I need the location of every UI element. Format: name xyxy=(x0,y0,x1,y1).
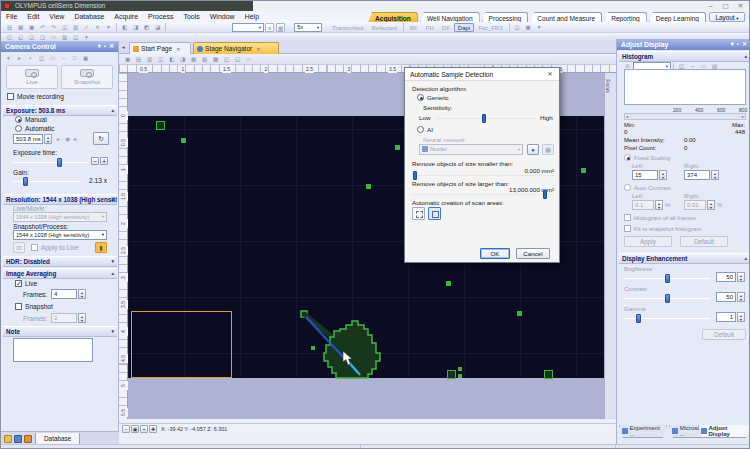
toolbar-icon[interactable]: ▦ xyxy=(16,23,25,32)
pin-resolution-button[interactable]: ▮ xyxy=(95,242,107,253)
zoom-in-button[interactable]: + xyxy=(140,425,148,433)
menu-item[interactable]: Window xyxy=(205,11,240,22)
hdr-section-header[interactable]: ▾HDR: Disabled xyxy=(3,256,117,267)
scroll-right-icon[interactable]: ▸ xyxy=(742,114,744,119)
toolbar-icon[interactable]: ≡ xyxy=(265,23,274,32)
card-icon[interactable] xyxy=(24,435,32,443)
tab-adjust-display[interactable]: Adjust Display xyxy=(698,425,750,438)
toolbar-icon[interactable]: ▤ xyxy=(134,55,143,64)
menu-item[interactable]: Database xyxy=(69,11,109,22)
toolbar-icon[interactable]: ◨ xyxy=(131,23,140,32)
brightness-input[interactable]: 50 xyxy=(716,272,736,282)
toolbar-icon[interactable]: □ xyxy=(70,54,79,63)
channel-button[interactable]: Dapi xyxy=(454,23,474,32)
focus-strip[interactable]: Focus xyxy=(604,73,616,419)
toolbar-icon[interactable]: ▥ xyxy=(71,23,80,32)
toolbar-icon[interactable]: ▭ xyxy=(48,54,57,63)
snapshot-frames-spinner[interactable]: ▲▼ xyxy=(78,313,86,323)
pin-icon[interactable]: ▪ xyxy=(104,41,106,52)
rewind-icon[interactable]: ◂ xyxy=(73,135,76,142)
close-icon[interactable]: ✕ xyxy=(544,70,556,79)
layout-button[interactable]: Layout ▾ xyxy=(709,12,745,22)
apply-to-live-checkbox[interactable]: Apply to Live xyxy=(31,244,79,251)
zoom-out-button[interactable]: − xyxy=(122,425,130,433)
toolbar-icon[interactable]: − xyxy=(59,54,68,63)
fixed-right-input[interactable]: 374 xyxy=(684,170,710,180)
toolbar-icon[interactable]: ↶ xyxy=(38,23,47,32)
pan-button[interactable]: ✚ xyxy=(149,425,157,433)
exposure-spinner[interactable]: ▲▼ xyxy=(44,134,52,144)
exposure-value-input[interactable]: 503.8 ms xyxy=(13,134,43,144)
channel-button[interactable]: BF xyxy=(406,23,422,32)
play-icon[interactable]: ▸ xyxy=(57,135,60,142)
brightness-spinner[interactable]: ▲▼ xyxy=(737,272,745,282)
toolbar-icon[interactable]: ▥ xyxy=(145,55,154,64)
toolbar-icon[interactable]: ✕ xyxy=(93,23,102,32)
exposure-plus-button[interactable]: + xyxy=(100,157,108,165)
exposure-section-header[interactable]: ▴Exposure: 503.8 ms xyxy=(3,105,117,116)
snapshot-process-select[interactable]: 1544 x 1038 (High sensitivity)▾ xyxy=(13,230,107,240)
menu-item[interactable]: Help xyxy=(240,11,264,22)
toolbar-icon[interactable]: ▾ xyxy=(4,54,13,63)
chevron-down-icon[interactable]: ▾ xyxy=(98,41,101,52)
exposure-minus-button[interactable]: − xyxy=(91,157,99,165)
toolbar-icon[interactable]: ◨ xyxy=(178,55,187,64)
contrast-input[interactable]: 50 xyxy=(716,292,736,302)
close-icon[interactable]: ✕ xyxy=(742,39,747,50)
magnification-select[interactable]: 5x▾ xyxy=(294,23,322,32)
gamma-input[interactable]: 1 xyxy=(716,312,736,322)
toolbar-icon[interactable]: ✓ xyxy=(82,23,91,32)
close-icon[interactable]: ✕ xyxy=(176,46,180,52)
default-button[interactable]: Default xyxy=(680,236,728,247)
toolbar-icon[interactable]: ◫ xyxy=(60,23,69,32)
menu-item[interactable]: Acquire xyxy=(109,11,143,22)
channel-button[interactable]: DF xyxy=(438,23,454,32)
ac-right-spinner[interactable]: ▲▼ xyxy=(707,200,715,210)
toolbar-icon[interactable]: ▾ xyxy=(104,23,113,32)
load-network-button[interactable]: ● xyxy=(527,144,539,155)
database-icon[interactable] xyxy=(14,435,22,443)
close-button[interactable]: ✕ xyxy=(734,2,747,10)
toolbar-icon[interactable]: ◪ xyxy=(153,23,162,32)
fit-snapshot-checkbox[interactable]: Fit to snapshot histogram xyxy=(624,225,701,232)
illumination-button[interactable]: Reflected xyxy=(367,23,400,32)
live-button[interactable]: Live xyxy=(6,65,58,89)
gamma-slider[interactable] xyxy=(624,318,710,319)
larger-slider[interactable] xyxy=(412,194,554,195)
fixed-right-spinner[interactable]: ▲▼ xyxy=(711,170,719,180)
auto-contrast-radio[interactable]: Auto Contrast xyxy=(624,184,671,191)
contrast-slider[interactable] xyxy=(624,298,710,299)
save-network-button[interactable]: ▦ xyxy=(542,144,554,155)
all-frames-checkbox[interactable]: Histogram of all frames xyxy=(624,214,696,221)
channel-button[interactable]: Fitc_FR3 xyxy=(474,23,506,32)
histogram-scrollbar[interactable]: ◂▸ xyxy=(624,113,746,120)
fixed-scaling-radio[interactable]: Fixed Scaling xyxy=(624,154,670,161)
dialog-title[interactable]: Automatic Sample Detection xyxy=(405,68,559,81)
tab-scroll-left-icon[interactable]: ◂ xyxy=(122,44,125,50)
smaller-slider[interactable] xyxy=(412,175,554,176)
toolbar-icon[interactable]: ▭ xyxy=(244,55,253,64)
contrast-spinner[interactable]: ▲▼ xyxy=(737,292,745,302)
channel-button[interactable]: PH xyxy=(421,23,437,32)
toolbar-icon[interactable]: ◩ xyxy=(142,23,151,32)
toolbar-icon[interactable]: ◫ xyxy=(513,23,522,32)
illumination-button[interactable]: Transmitted xyxy=(328,23,367,32)
toolbar-icon[interactable]: ◫ xyxy=(156,55,165,64)
display-enhancement-header[interactable]: ▴Display Enhancement xyxy=(619,253,750,264)
enhancement-default-button[interactable]: Default xyxy=(702,329,746,340)
scan-area-rectangle[interactable] xyxy=(131,311,232,378)
gain-slider[interactable] xyxy=(13,181,81,182)
live-frames-input[interactable]: 4 xyxy=(51,289,77,299)
note-section-header[interactable]: ▾Note xyxy=(3,326,117,337)
resolution-tool-button[interactable]: ⊡ xyxy=(13,242,25,253)
toolbar-icon[interactable]: ▩ xyxy=(211,55,220,64)
live-frames-spinner[interactable]: ▲▼ xyxy=(78,289,86,299)
tab-experiment[interactable]: Experiment ... xyxy=(619,425,667,438)
target-icon[interactable]: ◉ xyxy=(65,135,70,142)
apply-button[interactable]: Apply xyxy=(624,236,672,247)
toolbar-icon[interactable]: ▦ xyxy=(189,55,198,64)
fit-view-button[interactable]: ▣ xyxy=(131,425,139,433)
cancel-button[interactable]: Cancel xyxy=(516,248,550,259)
snapshot-button[interactable]: Snapshot xyxy=(61,65,113,89)
toolbar-icon[interactable]: ◫ xyxy=(37,54,46,63)
